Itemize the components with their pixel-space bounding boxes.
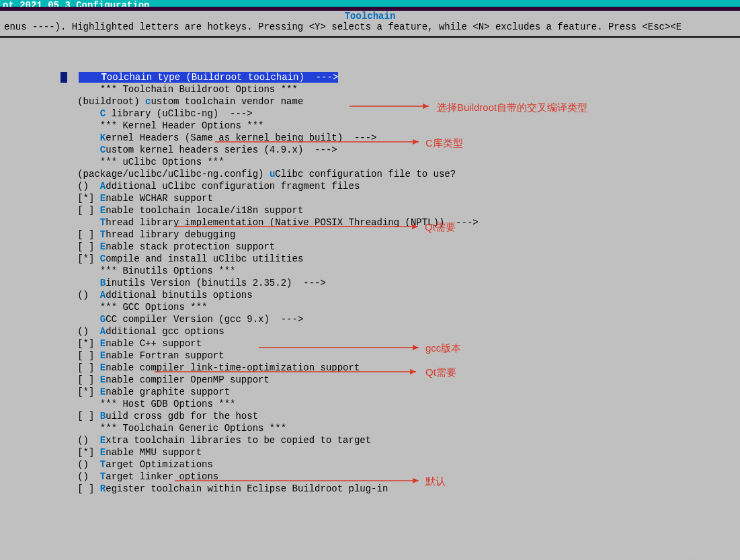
- panel-body: Toolchain enus ----). Highlighted letter…: [0, 11, 740, 560]
- arrow-icon: [0, 11, 740, 560]
- svg-marker-11: [413, 478, 419, 483]
- watermark: CSDN @海歌也疯狂: [652, 547, 732, 559]
- window-title: ot 2021.05.3 Configuration: [0, 0, 740, 7]
